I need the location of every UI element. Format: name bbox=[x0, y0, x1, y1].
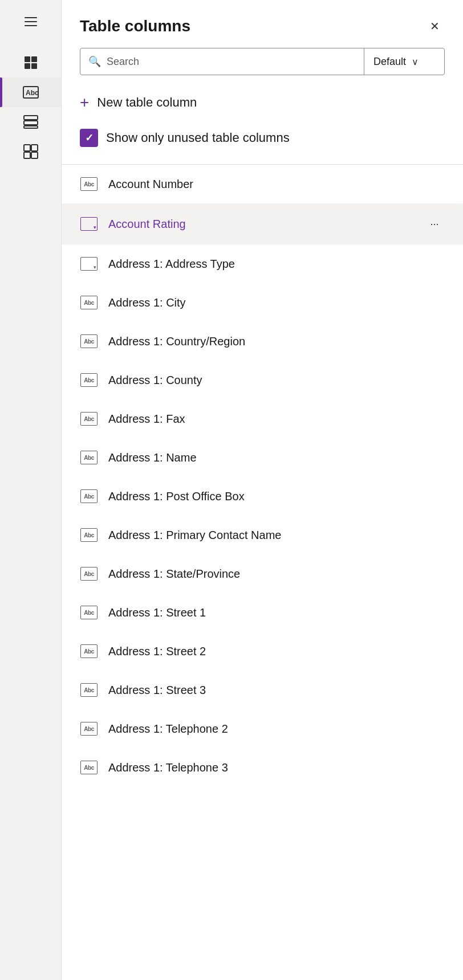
svg-rect-0 bbox=[25, 56, 30, 62]
sidebar-item-grid[interactable] bbox=[0, 48, 61, 77]
plus-icon: + bbox=[80, 95, 89, 111]
column-name: Account Rating bbox=[108, 218, 424, 231]
column-name: Address 1: Name bbox=[108, 451, 445, 464]
list-item[interactable]: AbcAddress 1: Street 1 bbox=[62, 593, 463, 632]
search-input-area: 🔍 bbox=[80, 48, 364, 75]
column-type-icon: Abc bbox=[80, 175, 98, 193]
column-name: Address 1: Address Type bbox=[108, 258, 445, 271]
svg-rect-9 bbox=[24, 145, 30, 151]
svg-text:Abc: Abc bbox=[26, 89, 39, 97]
table-columns-icon: Abc bbox=[23, 84, 39, 100]
grid-icon bbox=[23, 55, 39, 71]
search-icon: 🔍 bbox=[88, 55, 101, 68]
show-unused-checkbox[interactable]: ✓ bbox=[80, 129, 98, 147]
list-item[interactable]: AbcAddress 1: Street 2 bbox=[62, 632, 463, 671]
hamburger-line-1 bbox=[25, 17, 37, 18]
dropdown-label: Default bbox=[373, 56, 406, 68]
column-type-icon: Abc bbox=[80, 487, 98, 505]
list-item[interactable]: Account Rating··· bbox=[62, 203, 463, 244]
list-item[interactable]: AbcAddress 1: Primary Contact Name bbox=[62, 516, 463, 554]
show-unused-label: Show only unused table columns bbox=[106, 130, 290, 145]
svg-rect-7 bbox=[24, 121, 38, 125]
checkmark-icon: ✓ bbox=[85, 132, 94, 144]
column-type-icon bbox=[80, 215, 98, 233]
layers-icon bbox=[23, 114, 39, 130]
list-item[interactable]: AbcAccount Number bbox=[62, 165, 463, 203]
search-bar-row: 🔍 Default ∨ bbox=[62, 48, 463, 84]
actions-area: + New table column ✓ Show only unused ta… bbox=[62, 84, 463, 164]
list-item[interactable]: AbcAddress 1: State/Province bbox=[62, 554, 463, 593]
list-item[interactable]: AbcAddress 1: Post Office Box bbox=[62, 477, 463, 516]
column-name: Address 1: Street 3 bbox=[108, 684, 445, 697]
chevron-down-icon: ∨ bbox=[412, 56, 419, 67]
hamburger-line-3 bbox=[25, 25, 37, 26]
search-bar: 🔍 Default ∨ bbox=[80, 48, 445, 75]
column-name: Address 1: State/Province bbox=[108, 567, 445, 581]
new-table-column-button[interactable]: + New table column bbox=[80, 84, 445, 121]
list-item[interactable]: AbcAddress 1: Telephone 2 bbox=[62, 709, 463, 748]
hamburger-line-2 bbox=[25, 21, 37, 22]
column-type-icon: Abc bbox=[80, 371, 98, 389]
column-name: Address 1: Primary Contact Name bbox=[108, 529, 445, 542]
search-input[interactable] bbox=[107, 56, 356, 68]
column-name: Address 1: Telephone 2 bbox=[108, 722, 445, 736]
column-type-icon: Abc bbox=[80, 642, 98, 660]
list-item[interactable]: AbcAddress 1: Name bbox=[62, 438, 463, 477]
column-type-icon: Abc bbox=[80, 293, 98, 312]
list-item[interactable]: AbcAddress 1: Telephone 3 bbox=[62, 748, 463, 787]
column-type-icon: Abc bbox=[80, 448, 98, 467]
panel-header: Table columns ✕ bbox=[62, 0, 463, 48]
close-button[interactable]: ✕ bbox=[424, 16, 445, 36]
list-item[interactable]: AbcAddress 1: Street 3 bbox=[62, 671, 463, 709]
more-options-button[interactable]: ··· bbox=[424, 214, 445, 234]
sidebar: Abc bbox=[0, 0, 62, 980]
list-item[interactable]: AbcAddress 1: Fax bbox=[62, 399, 463, 438]
svg-rect-8 bbox=[24, 126, 38, 128]
column-type-icon bbox=[80, 255, 98, 273]
column-list: AbcAccount NumberAccount Rating···Addres… bbox=[62, 164, 463, 980]
column-type-icon: Abc bbox=[80, 410, 98, 428]
column-name: Address 1: Country/Region bbox=[108, 335, 445, 348]
svg-rect-1 bbox=[31, 56, 37, 62]
column-type-icon: Abc bbox=[80, 603, 98, 622]
hamburger-menu[interactable] bbox=[18, 9, 43, 34]
list-item[interactable]: AbcAddress 1: City bbox=[62, 283, 463, 322]
filter-dropdown[interactable]: Default ∨ bbox=[364, 48, 444, 75]
column-type-icon: Abc bbox=[80, 332, 98, 350]
svg-rect-3 bbox=[31, 63, 37, 69]
column-type-icon: Abc bbox=[80, 526, 98, 544]
column-name: Address 1: Post Office Box bbox=[108, 490, 445, 503]
column-type-icon: Abc bbox=[80, 758, 98, 777]
column-name: Address 1: City bbox=[108, 296, 445, 309]
svg-rect-6 bbox=[24, 116, 38, 120]
list-item[interactable]: Address 1: Address Type bbox=[62, 244, 463, 283]
column-name: Address 1: Street 2 bbox=[108, 645, 445, 658]
column-name: Address 1: Telephone 3 bbox=[108, 761, 445, 774]
column-name: Account Number bbox=[108, 178, 445, 191]
sidebar-item-table-columns[interactable]: Abc bbox=[0, 77, 61, 107]
column-type-icon: Abc bbox=[80, 565, 98, 583]
sidebar-item-components[interactable] bbox=[0, 137, 61, 166]
new-table-column-label: New table column bbox=[97, 95, 197, 110]
column-name: Address 1: County bbox=[108, 374, 445, 387]
svg-rect-2 bbox=[25, 63, 30, 69]
show-unused-row[interactable]: ✓ Show only unused table columns bbox=[80, 121, 445, 155]
components-icon bbox=[23, 144, 39, 160]
list-item[interactable]: AbcAddress 1: County bbox=[62, 361, 463, 399]
main-panel: Table columns ✕ 🔍 Default ∨ + New table … bbox=[62, 0, 463, 980]
column-type-icon: Abc bbox=[80, 681, 98, 699]
svg-rect-12 bbox=[31, 152, 38, 158]
sidebar-item-layers[interactable] bbox=[0, 107, 61, 137]
list-item[interactable]: AbcAddress 1: Country/Region bbox=[62, 322, 463, 361]
svg-rect-11 bbox=[24, 152, 30, 158]
panel-title: Table columns bbox=[80, 17, 190, 35]
column-type-icon: Abc bbox=[80, 720, 98, 738]
column-name: Address 1: Street 1 bbox=[108, 606, 445, 619]
svg-rect-10 bbox=[31, 145, 38, 151]
column-name: Address 1: Fax bbox=[108, 413, 445, 426]
